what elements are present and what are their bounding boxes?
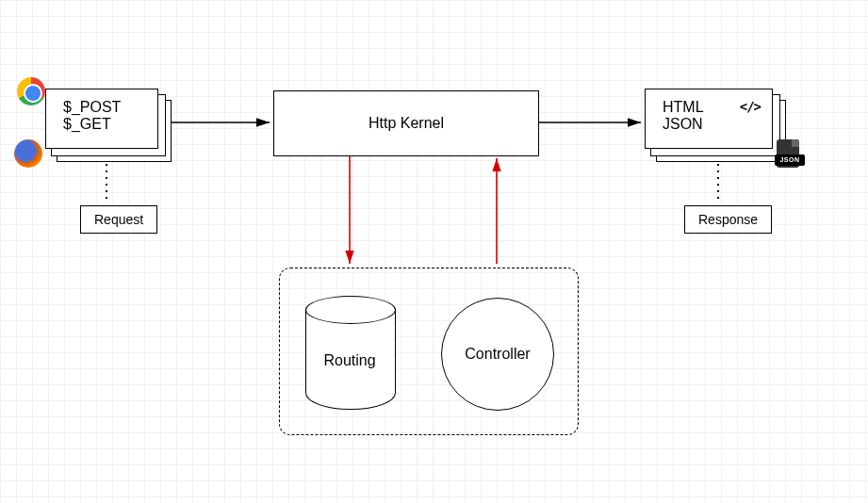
request-label: Request <box>94 212 143 227</box>
firefox-icon <box>14 139 42 168</box>
kernel-label: Http Kernel <box>368 115 444 132</box>
request-stack: $_POST $_GET <box>45 89 172 162</box>
controller-label: Controller <box>465 346 530 363</box>
code-icon: </> <box>740 99 761 148</box>
request-line2: $_GET <box>63 116 157 133</box>
response-stack: HTML JSON </> <box>645 89 786 162</box>
json-file-icon: JSON <box>775 139 803 171</box>
response-label-box: Response <box>684 205 772 234</box>
chrome-icon <box>17 77 45 105</box>
routing-cylinder: Routing <box>305 296 394 409</box>
controller-circle: Controller <box>441 298 554 411</box>
http-kernel-box: Http Kernel <box>273 90 539 156</box>
response-line2: JSON <box>663 116 704 133</box>
request-label-box: Request <box>80 205 157 234</box>
json-badge-text: JSON <box>775 154 805 166</box>
response-label: Response <box>698 212 758 227</box>
request-line1: $_POST <box>63 99 157 116</box>
routing-label: Routing <box>305 352 394 369</box>
response-line1: HTML <box>663 99 704 116</box>
